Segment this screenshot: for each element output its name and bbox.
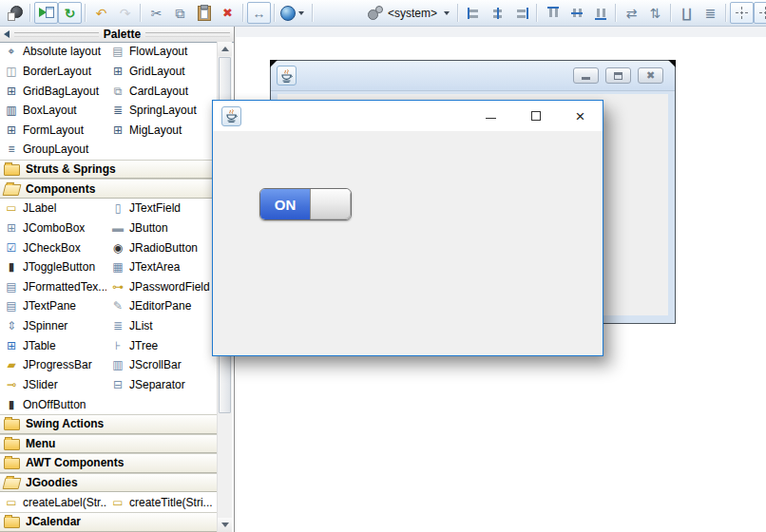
palette-item-jbutton[interactable]: ▬JButton xyxy=(106,221,217,235)
jseparator-icon: ⊟ xyxy=(110,379,125,390)
palette-item-createlabel-str[interactable]: ▭createLabel(Str... xyxy=(0,496,106,509)
align-top-button[interactable] xyxy=(541,2,565,24)
palette-collapse-icon[interactable] xyxy=(4,30,10,38)
center-v-in-window-button[interactable] xyxy=(754,2,766,24)
palette-item-grouplayout[interactable]: ≡GroupLayout xyxy=(0,142,106,156)
palette-item-jtextarea[interactable]: ▦JTextArea xyxy=(106,260,217,274)
palette-item-label: SpringLayout xyxy=(129,104,197,117)
palette-item-gridbaglayout[interactable]: ⊞GridBagLayout xyxy=(0,85,106,98)
preview-titlebar: × xyxy=(213,101,603,131)
palette-item-boxlayout[interactable]: ▥BoxLayout xyxy=(0,104,106,117)
palette-category-awt-components[interactable]: AWT Components xyxy=(0,453,217,473)
palette-item-cardlayout[interactable]: ⧉CardLayout xyxy=(106,85,217,98)
palette-item-jseparator[interactable]: ⊟JSeparator xyxy=(106,378,217,391)
maximize-button[interactable] xyxy=(513,101,558,131)
refresh-button[interactable]: ↻ xyxy=(58,2,82,24)
distribute-v-button[interactable]: ⇅ xyxy=(643,2,667,24)
palette-item-formlayout[interactable]: ⊞FormLayout xyxy=(0,124,106,137)
palette-category-jcalendar[interactable]: JCalendar xyxy=(0,512,217,532)
externalize-strings-button[interactable]: ↔ xyxy=(247,2,271,24)
palette-item-springlayout[interactable]: ≣SpringLayout xyxy=(106,104,217,117)
palette-item-miglayout[interactable]: ⊞MigLayout xyxy=(106,124,217,137)
palette-item-jcheckbox[interactable]: ☑JCheckBox xyxy=(0,241,106,255)
redo-button[interactable]: ↷ xyxy=(113,2,137,24)
palette-item-jformattedtex[interactable]: ▤JFormattedTex... xyxy=(0,280,106,294)
toolbar-separator xyxy=(274,4,276,22)
palette-item-jspinner[interactable]: ⇕JSpinner xyxy=(0,319,106,332)
scroll-down-icon[interactable] xyxy=(218,518,232,532)
selection-handle-icon[interactable] xyxy=(270,60,278,67)
maximize-button xyxy=(605,67,631,84)
palette-category-components[interactable]: Components xyxy=(0,179,217,199)
palette-item-absolute-layout[interactable]: ⌖Absolute layout xyxy=(0,45,106,58)
palette-item-gridlayout[interactable]: ⊞GridLayout xyxy=(106,65,217,78)
distribute-h-button[interactable]: ⇄ xyxy=(620,2,643,24)
palette-item-jtogglebutton[interactable]: ▮JToggleButton xyxy=(0,260,106,274)
close-button[interactable]: × xyxy=(558,101,603,131)
window-resize-icon: ↔ xyxy=(253,7,266,20)
toolbar-separator xyxy=(670,4,672,22)
selection-handle-icon[interactable] xyxy=(668,60,676,67)
java-cup-icon[interactable] xyxy=(221,106,241,126)
match-width-button[interactable]: ∐ xyxy=(675,2,699,24)
palette-item-label: JList xyxy=(129,319,153,332)
toolbar-separator xyxy=(85,4,86,22)
align-left-button[interactable] xyxy=(462,2,486,24)
preview-caption-buttons: × xyxy=(469,101,603,131)
cut-button[interactable]: ✂ xyxy=(144,2,168,24)
category-label: JGoodies xyxy=(26,476,78,489)
scroll-up-icon[interactable] xyxy=(218,42,232,56)
palette-item-jtree[interactable]: ⊦JTree xyxy=(106,339,217,352)
paste-button[interactable] xyxy=(192,2,216,24)
folder-closed-icon xyxy=(4,164,20,176)
palette-item-jeditorpane[interactable]: ✎JEditorPane xyxy=(106,299,217,313)
palette-category-jgoodies[interactable]: JGoodies xyxy=(0,473,217,493)
distribute-v-icon: ⇅ xyxy=(650,7,661,20)
palette-item-jpasswordfield[interactable]: ⊶JPasswordField xyxy=(106,280,217,294)
palette-category-struts-springs[interactable]: Struts & Springs xyxy=(0,160,217,180)
palette-item-createtitle-stri[interactable]: ▭createTitle(Stri... xyxy=(106,496,217,509)
palette-item-flowlayout[interactable]: ▤FlowLayout xyxy=(106,45,217,58)
palette-item-label: JSpinner xyxy=(23,319,67,332)
palette-item-jlabel[interactable]: ▭JLabel xyxy=(0,201,106,215)
align-bottom-button[interactable] xyxy=(588,2,612,24)
palette-item-jslider[interactable]: ⊸JSlider xyxy=(0,378,106,391)
match-height-button[interactable]: ≣ xyxy=(699,2,722,24)
palette-category-menu[interactable]: Menu xyxy=(0,434,217,454)
align-middle-button[interactable] xyxy=(565,2,588,24)
windowbuilder-app: { "toolbar": { "laf_value": "<system>", … xyxy=(0,0,766,532)
center-h-in-window-button[interactable] xyxy=(730,2,754,24)
palette-item-jprogressbar[interactable]: ▰JProgressBar xyxy=(0,358,106,371)
palette-item-onoffbutton[interactable]: ▮OnOffButton xyxy=(0,398,106,411)
parse-button[interactable] xyxy=(3,2,27,24)
laf-selector[interactable]: <system> xyxy=(366,2,454,24)
palette-item-jlist[interactable]: ≣JList xyxy=(106,319,217,332)
minimize-button[interactable] xyxy=(469,101,513,131)
delete-button[interactable]: ✖ xyxy=(216,2,239,24)
palette-rule xyxy=(145,32,230,37)
undo-button[interactable]: ↶ xyxy=(89,2,113,24)
palette-row: ⊞FormLayout⊞MigLayout xyxy=(0,121,217,141)
palette-item-label: createTitle(Stri... xyxy=(129,496,213,509)
palette-item-jradiobutton[interactable]: ◉JRadioButton xyxy=(106,241,217,255)
jtextfield-icon: ▯ xyxy=(110,202,125,214)
palette-item-label: JTextField xyxy=(129,201,181,215)
locale-selector[interactable] xyxy=(278,2,309,24)
align-right-button[interactable] xyxy=(509,2,533,24)
toggle-knob[interactable] xyxy=(310,189,351,219)
palette-item-jtable[interactable]: ⊞JTable xyxy=(0,339,106,352)
palette-item-jtextpane[interactable]: ▤JTextPane xyxy=(0,299,106,313)
palette-item-label: JCheckBox xyxy=(23,241,81,255)
palette-item-jtextfield[interactable]: ▯JTextField xyxy=(106,201,217,215)
toggle-on-label: ON xyxy=(260,189,310,219)
align-center-h-button[interactable] xyxy=(486,2,509,24)
copy-button[interactable]: ⧉ xyxy=(168,2,192,24)
test-window-button[interactable] xyxy=(34,2,58,24)
palette-category-swing-actions[interactable]: Swing Actions xyxy=(0,414,217,434)
center-h-icon xyxy=(735,6,749,20)
on-off-toggle-button[interactable]: ON xyxy=(259,188,352,220)
folder-open-icon xyxy=(3,478,22,489)
palette-item-jcombobox[interactable]: ⊞JComboBox xyxy=(0,221,106,235)
palette-item-jscrollbar[interactable]: ▥JScrollBar xyxy=(106,358,217,371)
palette-item-borderlayout[interactable]: ◫BorderLayout xyxy=(0,65,106,78)
